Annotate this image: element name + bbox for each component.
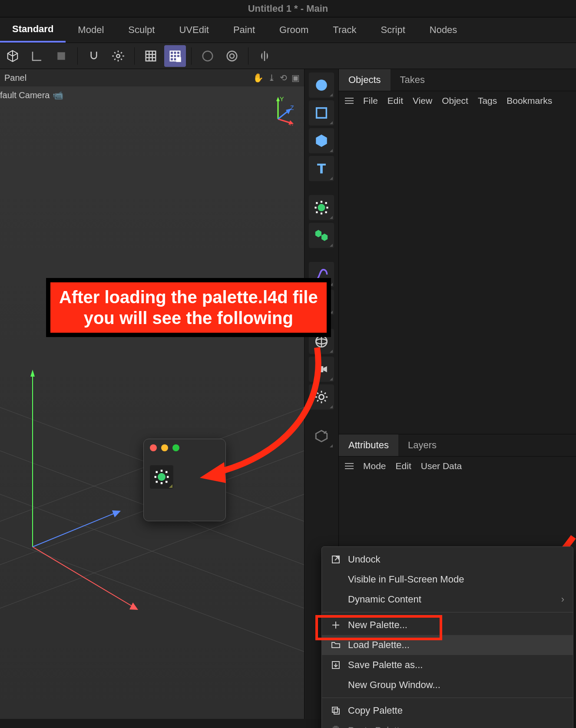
- layout-tab-script[interactable]: Script: [369, 18, 417, 42]
- cloner-tool-icon[interactable]: [309, 223, 334, 248]
- palette-context-menu: Undock Visible in Full-Screen Mode Dynam…: [321, 546, 573, 728]
- axis-tool-icon[interactable]: [26, 45, 48, 67]
- orbit-icon[interactable]: ⟲: [280, 73, 287, 83]
- layout-tab-nodes[interactable]: Nodes: [417, 18, 470, 42]
- window-controls: [144, 439, 225, 457]
- svg-rect-36: [325, 212, 327, 213]
- menu-view[interactable]: View: [413, 96, 432, 106]
- callout-line2: you will see the following: [59, 308, 318, 328]
- cube-tool-icon[interactable]: [2, 45, 23, 67]
- layout-tab-uvedit[interactable]: UVEdit: [167, 18, 221, 42]
- ctx-dynamic-content[interactable]: Dynamic Content ›: [322, 589, 573, 609]
- ctx-load-palette[interactable]: Load Palette...: [322, 635, 573, 655]
- svg-rect-59: [332, 707, 338, 712]
- camera-preset-icon[interactable]: [309, 357, 334, 382]
- svg-rect-35: [316, 212, 318, 213]
- svg-rect-34: [325, 202, 327, 204]
- menu-tags[interactable]: Tags: [478, 96, 497, 106]
- snap-tool-icon[interactable]: [83, 45, 105, 67]
- symmetry-tool-icon[interactable]: [254, 45, 275, 67]
- panel-label: Panel: [4, 73, 26, 83]
- layout-tab-groom[interactable]: Groom: [267, 18, 321, 42]
- menu-object[interactable]: Object: [442, 96, 468, 106]
- grid-lock-tool-icon[interactable]: [164, 45, 186, 67]
- grid-tool-icon[interactable]: [140, 45, 162, 67]
- annotation-callout: After loading the palette.l4d file you w…: [46, 278, 331, 337]
- layout-tab-sculpt[interactable]: Sculpt: [116, 18, 167, 42]
- svg-rect-49: [166, 481, 168, 483]
- viewport-3d[interactable]: fault Camera 📹 Y X Z: [0, 86, 304, 719]
- svg-point-7: [230, 54, 234, 58]
- palette-effector-button[interactable]: [150, 465, 173, 489]
- layout-tab-paint[interactable]: Paint: [221, 18, 267, 42]
- edit-tool-icon[interactable]: [309, 424, 334, 449]
- ctx-new-group-window[interactable]: New Group Window...: [322, 675, 573, 695]
- menu-mode[interactable]: Mode: [363, 461, 386, 471]
- svg-rect-46: [156, 471, 158, 473]
- cube-primitive-icon[interactable]: [309, 128, 334, 153]
- tab-attributes[interactable]: Attributes: [339, 434, 398, 456]
- tab-objects[interactable]: Objects: [339, 69, 391, 91]
- pan-icon[interactable]: ✋: [253, 73, 264, 83]
- svg-rect-43: [316, 366, 323, 372]
- text-tool-icon[interactable]: [309, 156, 334, 181]
- rect-tool-icon[interactable]: [50, 45, 72, 67]
- objects-menu: File Edit View Object Tags Bookmarks: [339, 91, 576, 110]
- light-tool-icon[interactable]: [309, 384, 334, 410]
- svg-rect-0: [57, 52, 65, 60]
- effector-tool-icon[interactable]: [309, 195, 334, 220]
- layout-tab-model[interactable]: Model: [66, 18, 116, 42]
- copy-icon: [331, 705, 341, 716]
- palette-window[interactable]: [143, 439, 226, 521]
- close-icon[interactable]: [150, 444, 157, 451]
- plus-icon: [331, 620, 341, 630]
- ctx-save-palette[interactable]: Save Palette as...: [322, 655, 573, 675]
- menu-userdata[interactable]: User Data: [421, 461, 462, 471]
- viewport-grid: [0, 86, 304, 719]
- circle-tool-icon[interactable]: [197, 45, 218, 67]
- svg-point-32: [318, 204, 325, 212]
- move-icon[interactable]: ⤓: [268, 73, 275, 83]
- chevron-right-icon: ›: [561, 594, 564, 605]
- ctx-fullscreen[interactable]: Visible in Full-Screen Mode: [322, 569, 573, 589]
- svg-rect-50: [161, 470, 163, 472]
- hamburger-icon[interactable]: [345, 98, 354, 104]
- svg-point-44: [319, 394, 324, 399]
- menu-file[interactable]: File: [363, 96, 378, 106]
- svg-marker-27: [129, 602, 138, 610]
- svg-rect-53: [167, 476, 169, 478]
- ctx-paste-palette[interactable]: Paste Palette: [322, 721, 573, 728]
- svg-point-6: [227, 51, 237, 61]
- sphere-tool-icon[interactable]: [309, 73, 334, 98]
- svg-rect-39: [314, 207, 316, 208]
- svg-rect-33: [316, 202, 318, 204]
- svg-line-26: [33, 547, 135, 608]
- tab-takes[interactable]: Takes: [391, 69, 434, 91]
- hamburger-icon[interactable]: [345, 463, 354, 469]
- svg-rect-31: [317, 108, 327, 118]
- objects-tree[interactable]: [339, 110, 576, 434]
- zoom-icon[interactable]: [172, 444, 179, 451]
- menu-edit-attr[interactable]: Edit: [396, 461, 411, 471]
- layout-tab-track[interactable]: Track: [321, 18, 368, 42]
- minimize-icon[interactable]: [161, 444, 168, 451]
- svg-rect-51: [161, 482, 163, 484]
- svg-marker-29: [112, 510, 121, 517]
- ctx-undock[interactable]: Undock: [322, 549, 573, 569]
- svg-line-20: [0, 529, 304, 660]
- attributes-menu: Mode Edit User Data: [339, 457, 576, 476]
- maximize-icon[interactable]: ▣: [291, 73, 300, 83]
- gear-tool-icon[interactable]: [107, 45, 129, 67]
- ctx-new-palette[interactable]: New Palette...: [322, 615, 573, 635]
- tab-layers[interactable]: Layers: [398, 434, 446, 456]
- svg-rect-47: [166, 471, 168, 473]
- undock-icon: [331, 554, 341, 565]
- rect-primitive-icon[interactable]: [309, 100, 334, 126]
- svg-point-45: [158, 473, 166, 481]
- svg-point-30: [316, 79, 327, 91]
- layout-tab-standard[interactable]: Standard: [0, 17, 66, 43]
- ctx-copy-palette[interactable]: Copy Palette: [322, 701, 573, 721]
- menu-edit[interactable]: Edit: [387, 96, 403, 106]
- target-tool-icon[interactable]: [221, 45, 243, 67]
- menu-bookmarks[interactable]: Bookmarks: [506, 96, 552, 106]
